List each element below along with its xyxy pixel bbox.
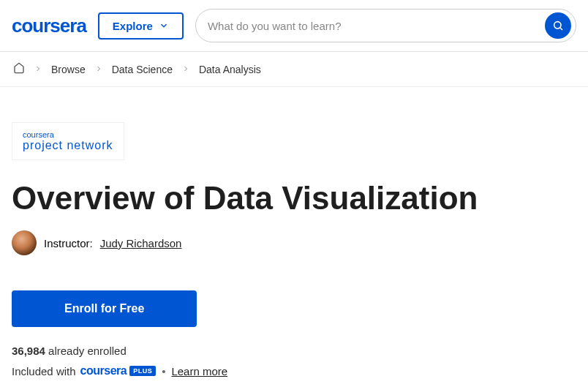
breadcrumb-data-analysis[interactable]: Data Analysis [199, 64, 261, 75]
breadcrumb-browse[interactable]: Browse [51, 64, 86, 75]
enrolled-suffix: already enrolled [45, 345, 127, 357]
learn-more-link[interactable]: Learn more [171, 365, 227, 377]
coursera-logo[interactable]: coursera [12, 15, 86, 37]
enrolled-count: 36,984 [12, 345, 45, 357]
home-icon[interactable] [13, 62, 25, 76]
instructor-link[interactable]: Judy Richardson [100, 237, 182, 249]
chevron-down-icon [159, 20, 169, 31]
breadcrumb-data-science[interactable]: Data Science [112, 64, 173, 75]
enrolled-count-row: 36,984 already enrolled [12, 345, 576, 357]
chevron-right-icon [94, 64, 103, 75]
coursera-plus-badge[interactable]: coursera PLUS [80, 364, 157, 377]
search-container [195, 9, 576, 42]
provider-line1: coursera [23, 130, 113, 139]
plus-logo-text: coursera [80, 364, 127, 377]
breadcrumb: Browse Data Science Data Analysis [0, 52, 588, 87]
instructor-row: Instructor: Judy Richardson [12, 230, 576, 255]
plus-tag: PLUS [129, 366, 156, 376]
included-row: Included with coursera PLUS • Learn more [12, 364, 576, 377]
chevron-right-icon [181, 64, 190, 75]
search-icon [552, 20, 564, 31]
svg-point-0 [554, 22, 561, 29]
provider-line2: project network [23, 139, 113, 152]
explore-label: Explore [113, 20, 153, 32]
enroll-button[interactable]: Enroll for Free [12, 290, 197, 327]
page-title: Overview of Data Visualization [12, 181, 576, 216]
separator-dot: • [162, 365, 165, 377]
avatar[interactable] [12, 230, 37, 255]
search-button[interactable] [545, 12, 571, 39]
search-input[interactable] [208, 20, 545, 32]
included-prefix: Included with [12, 365, 76, 377]
svg-line-1 [560, 28, 562, 30]
explore-button[interactable]: Explore [98, 12, 184, 40]
instructor-label: Instructor: [44, 237, 93, 249]
chevron-right-icon [34, 64, 42, 75]
provider-badge[interactable]: coursera project network [12, 122, 124, 160]
